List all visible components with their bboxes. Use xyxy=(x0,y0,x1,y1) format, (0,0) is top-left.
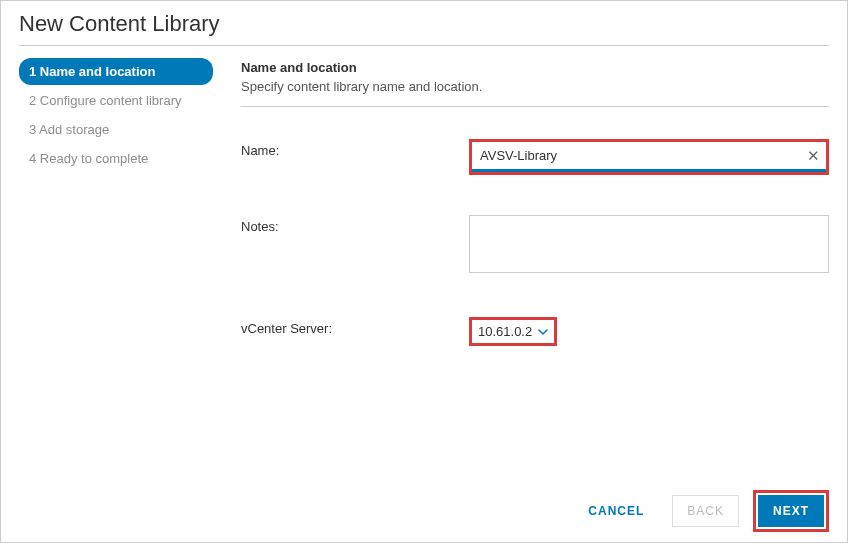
back-button[interactable]: BACK xyxy=(672,495,739,527)
section-title: Name and location xyxy=(241,60,829,75)
step-configure-content-library[interactable]: 2 Configure content library xyxy=(19,87,213,114)
cancel-button[interactable]: CANCEL xyxy=(574,496,658,526)
section-subtitle: Specify content library name and locatio… xyxy=(241,79,829,94)
step-label: 3 Add storage xyxy=(29,122,109,137)
next-label: NEXT xyxy=(773,504,809,518)
wizard-steps-sidebar: 1 Name and location 2 Configure content … xyxy=(1,56,219,482)
section-rule xyxy=(241,106,829,107)
dialog-content: Name and location Specify content librar… xyxy=(219,56,829,482)
next-button[interactable]: NEXT xyxy=(758,495,824,527)
step-ready-to-complete[interactable]: 4 Ready to complete xyxy=(19,145,213,172)
step-label: 1 Name and location xyxy=(29,64,155,79)
dialog-title: New Content Library xyxy=(1,1,847,45)
name-input-highlight: ✕ xyxy=(469,139,829,175)
dialog-footer: CANCEL BACK NEXT xyxy=(1,482,847,542)
step-name-and-location[interactable]: 1 Name and location xyxy=(19,58,213,85)
dialog-body: 1 Name and location 2 Configure content … xyxy=(1,46,847,482)
cancel-label: CANCEL xyxy=(588,504,644,518)
vcenter-server-value: 10.61.0.2 xyxy=(478,324,532,339)
vcenter-server-highlight: 10.61.0.2 xyxy=(469,317,557,346)
clear-name-button[interactable]: ✕ xyxy=(800,142,826,172)
vcenter-server-select[interactable]: 10.61.0.2 xyxy=(478,324,548,339)
new-content-library-dialog: New Content Library 1 Name and location … xyxy=(0,0,848,543)
form-row-notes: Notes: xyxy=(241,215,829,277)
close-icon: ✕ xyxy=(807,147,820,165)
notes-textarea[interactable] xyxy=(469,215,829,273)
form-row-name: Name: ✕ xyxy=(241,139,829,175)
name-input[interactable] xyxy=(472,142,800,172)
form-row-server: vCenter Server: 10.61.0.2 xyxy=(241,317,829,346)
step-label: 2 Configure content library xyxy=(29,93,181,108)
step-add-storage[interactable]: 3 Add storage xyxy=(19,116,213,143)
notes-label: Notes: xyxy=(241,215,469,234)
next-button-highlight: NEXT xyxy=(753,490,829,532)
step-label: 4 Ready to complete xyxy=(29,151,148,166)
vcenter-server-label: vCenter Server: xyxy=(241,317,469,336)
name-label: Name: xyxy=(241,139,469,158)
chevron-down-icon xyxy=(538,329,548,335)
back-label: BACK xyxy=(687,504,724,518)
